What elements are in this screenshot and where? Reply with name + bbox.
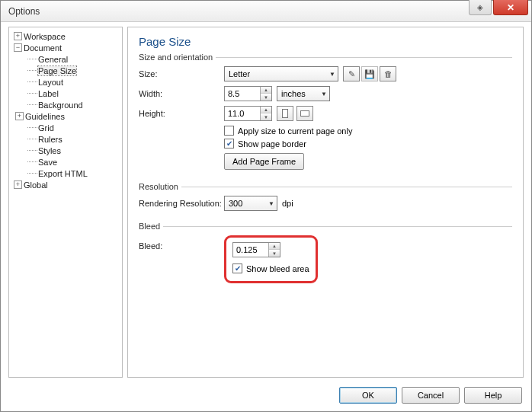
width-spinner[interactable]: ▲▼ <box>224 86 272 101</box>
save-preset-button[interactable]: 💾 <box>361 66 378 81</box>
tree-background[interactable]: Background <box>11 99 120 110</box>
render-res-combo[interactable]: 300▼ <box>224 196 277 211</box>
chevron-down-icon: ▼ <box>268 200 274 207</box>
height-spinner[interactable]: ▲▼ <box>224 106 272 121</box>
apply-current-row[interactable]: Apply size to current page only <box>224 126 512 136</box>
spin-up-icon[interactable]: ▲ <box>261 87 271 94</box>
height-input[interactable] <box>225 107 260 120</box>
tree-workspace[interactable]: +Workspace <box>11 30 120 42</box>
show-border-checkbox[interactable]: ✔ <box>224 139 234 149</box>
units-combo[interactable]: inches▼ <box>277 86 330 101</box>
spin-down-icon[interactable]: ▼ <box>261 94 271 101</box>
help-button[interactable]: Help <box>464 387 522 404</box>
size-combo[interactable]: Letter▼ <box>224 66 338 81</box>
dialog-buttons: OK Cancel Help <box>339 387 522 404</box>
show-bleed-checkbox[interactable]: ✔ <box>232 263 242 273</box>
tree-pagesize[interactable]: Page Size <box>11 65 120 76</box>
bleed-label: Bleed: <box>139 235 224 251</box>
show-bleed-label: Show bleed area <box>246 264 309 273</box>
spin-up-icon[interactable]: ▲ <box>261 107 271 113</box>
bleed-group: Bleed Bleed: ▲▼ ✔ Show bleed area <box>139 222 512 288</box>
width-label: Width: <box>139 89 224 98</box>
spin-up-icon[interactable]: ▲ <box>269 243 280 250</box>
resolution-legend: Resolution <box>139 182 181 191</box>
size-orientation-group: Size and orientation Size: Letter▼ ✎ 💾 🗑… <box>139 53 512 176</box>
options-dialog: Options ◈ ✕ +Workspace −Document General… <box>0 0 532 412</box>
spin-down-icon[interactable]: ▼ <box>261 113 271 120</box>
ok-button[interactable]: OK <box>339 387 397 404</box>
tree-label[interactable]: Label <box>11 88 120 99</box>
landscape-button[interactable] <box>296 106 313 121</box>
show-border-row[interactable]: ✔ Show page border <box>224 139 512 149</box>
bleed-input[interactable] <box>233 243 268 257</box>
cancel-button[interactable]: Cancel <box>402 387 460 404</box>
bleed-spinner[interactable]: ▲▼ <box>232 242 280 257</box>
settings-panel: Page Size Size and orientation Size: Let… <box>127 27 524 378</box>
tree-grid[interactable]: Grid <box>11 122 120 133</box>
tree-exporthtml[interactable]: Export HTML <box>11 168 120 179</box>
bleed-legend: Bleed <box>139 222 163 231</box>
show-border-label: Show page border <box>238 139 306 149</box>
titlebar: Options ◈ ✕ <box>1 1 531 22</box>
tree-save[interactable]: Save <box>11 156 120 168</box>
apply-current-label: Apply size to current page only <box>238 126 352 136</box>
tree-styles[interactable]: Styles <box>11 145 120 156</box>
tree-rulers[interactable]: Rulers <box>11 133 120 145</box>
spin-down-icon[interactable]: ▼ <box>269 250 280 257</box>
page-title: Page Size <box>139 35 512 48</box>
tree-guidelines[interactable]: +Guidelines <box>11 110 120 122</box>
dpi-label: dpi <box>282 199 293 208</box>
pin-button[interactable]: ◈ <box>469 0 492 15</box>
height-label: Height: <box>139 109 224 118</box>
show-bleed-row[interactable]: ✔ Show bleed area <box>232 263 309 273</box>
edit-preset-button[interactable]: ✎ <box>343 66 360 81</box>
bleed-highlight: ▲▼ ✔ Show bleed area <box>224 235 318 283</box>
chevron-down-icon: ▼ <box>321 91 327 97</box>
render-res-label: Rendering Resolution: <box>139 199 224 208</box>
size-label: Size: <box>139 69 224 78</box>
portrait-button[interactable] <box>277 106 293 121</box>
tree-document[interactable]: −Document <box>11 42 120 53</box>
chevron-down-icon: ▼ <box>329 71 335 78</box>
category-tree[interactable]: +Workspace −Document General Page Size L… <box>8 27 123 378</box>
resolution-group: Resolution Rendering Resolution: 300▼ dp… <box>139 182 512 216</box>
tree-global[interactable]: +Global <box>11 179 120 190</box>
width-input[interactable] <box>225 87 260 101</box>
apply-current-checkbox[interactable] <box>224 126 234 136</box>
add-page-frame-button[interactable]: Add Page Frame <box>224 153 304 170</box>
window-title: Options <box>8 6 40 17</box>
size-orient-legend: Size and orientation <box>139 53 216 62</box>
close-button[interactable]: ✕ <box>493 0 528 15</box>
tree-layout[interactable]: Layout <box>11 76 120 88</box>
tree-general[interactable]: General <box>11 53 120 65</box>
delete-preset-button[interactable]: 🗑 <box>380 66 396 81</box>
